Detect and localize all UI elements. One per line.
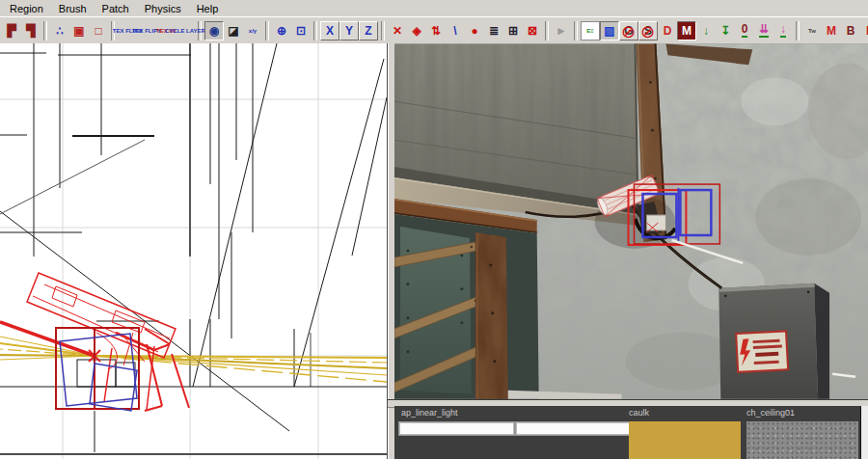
texture-name-caulk: caulk [629, 408, 649, 418]
x-axis-icon[interactable]: X [320, 21, 339, 40]
menu-bar: RegionBrushPatchPhysicsHelp [0, 0, 868, 16]
3d-viewport-canvas [394, 43, 868, 399]
z-axis-icon[interactable]: Z [359, 21, 378, 40]
misc-m-icon[interactable]: M [822, 21, 841, 40]
toolbar-separator [796, 21, 800, 40]
float-windows-icon[interactable]: ⊡ [291, 21, 311, 40]
toolbar-separator [574, 21, 578, 40]
menu-physics[interactable]: Physics [137, 2, 189, 15]
vertex-paint-icon[interactable]: ● [465, 21, 484, 40]
region-off-icon[interactable]: ⊠ [523, 21, 542, 40]
edge-mode-icon[interactable]: \ [446, 21, 465, 40]
entity-bbox [60, 334, 137, 411]
texture-scrollbar[interactable] [860, 406, 868, 459]
grid-disabled-icon[interactable]: G⊘ [619, 21, 638, 40]
texture-name-ch_ceiling01: ch_ceiling01 [746, 408, 795, 418]
surface-inspector-icon[interactable]: ▨ [600, 21, 619, 40]
toolbar-separator [265, 21, 269, 40]
toolbar-separator [381, 21, 385, 40]
drop-to-floor-icon[interactable]: ↧ [716, 21, 735, 40]
clone-brush-icon[interactable]: ▣ [69, 21, 89, 40]
bobtoolz-b-icon[interactable]: B [841, 21, 860, 40]
deselect-icon[interactable]: □ [89, 21, 108, 40]
texture-swatch-ap_linear_light[interactable] [398, 421, 631, 436]
drop-all-icon[interactable]: ⇊ [754, 21, 773, 40]
menu-region[interactable]: Region [2, 2, 51, 15]
model-mode-icon[interactable]: M [677, 21, 696, 40]
drop-entity-icon[interactable]: ↓ [696, 21, 716, 40]
toolbar-separator [545, 21, 549, 40]
texture-lock-icon[interactable]: ≣ [484, 21, 503, 40]
selection-disabled-icon[interactable]: ► [552, 21, 571, 40]
free-rotation-icon[interactable]: ⊕ [272, 21, 291, 40]
select-complete-icon[interactable]: ▜ [21, 21, 41, 40]
brush-wireframe [0, 43, 387, 454]
texture-browser[interactable]: ap_linear_lightcaulkch_ceiling01 [394, 406, 868, 459]
cycle-layer-icon[interactable]: CYCLE LAYER [176, 21, 195, 40]
menu-brush[interactable]: Brush [51, 2, 95, 15]
select-touching-icon[interactable]: ▛ [2, 21, 21, 40]
main-toolbar: ▛▜∴▣□TEX FLIPXTEX FLIPYTEX 90CYCLE LAYER… [0, 16, 868, 44]
terrain-tw-icon[interactable]: Tw [802, 21, 822, 40]
rotate-lock-icon[interactable]: ⊞ [503, 21, 523, 40]
texture-swatch-ch_ceiling01[interactable] [746, 421, 858, 459]
texture-name-ap_linear_light: ap_linear_light [401, 408, 458, 418]
y-axis-icon[interactable]: Y [339, 21, 359, 40]
prtview-p-icon[interactable]: P [860, 21, 868, 40]
warning-sign [736, 331, 788, 372]
tex-flip-y-icon[interactable]: TEX FLIPY [137, 21, 156, 40]
entity-list-icon[interactable]: E≡ [581, 21, 600, 40]
detail-brush-icon[interactable]: D [658, 21, 677, 40]
zero-height-icon[interactable]: 0 [735, 21, 754, 40]
toolbar-separator [313, 21, 317, 40]
toolbar-separator [43, 21, 47, 40]
cubic-clip-icon[interactable]: ✕ [388, 21, 407, 40]
texture-shift-icon[interactable]: ⇅ [426, 21, 446, 40]
cycle-views-icon[interactable]: ◉ [204, 21, 224, 40]
2d-viewport[interactable] [0, 43, 388, 459]
texture-view-icon[interactable]: ◪ [224, 21, 243, 40]
2d-viewport-canvas [0, 43, 387, 459]
3d-viewport[interactable] [394, 43, 868, 399]
grid-lines [0, 43, 387, 459]
vertex-mode-icon[interactable]: ∴ [50, 21, 69, 40]
drop-selected-icon[interactable]: ↓ [773, 21, 793, 40]
menu-help[interactable]: Help [189, 2, 227, 15]
texture-swatch-caulk[interactable] [629, 421, 741, 459]
xy-view-icon[interactable]: x/y [243, 21, 262, 40]
snap-disabled-icon[interactable]: S⊘ [638, 21, 658, 40]
hint-brush-icon[interactable]: ◈ [407, 21, 426, 40]
menu-patch[interactable]: Patch [95, 2, 137, 15]
fuse-box [719, 284, 829, 399]
